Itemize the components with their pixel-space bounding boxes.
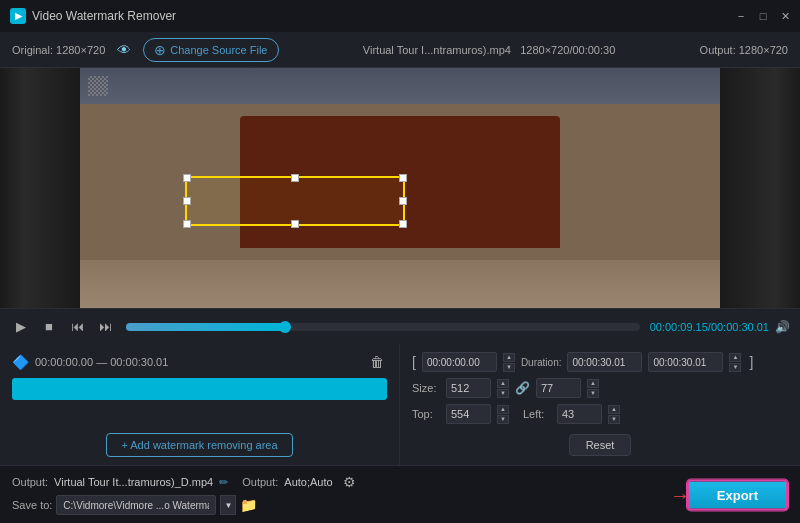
width-input[interactable] <box>446 378 491 398</box>
link-icon[interactable]: 🔗 <box>515 381 530 395</box>
left-up[interactable]: ▲ <box>608 405 620 414</box>
end-time-spinners: ▲ ▼ <box>729 353 741 372</box>
top-down[interactable]: ▼ <box>497 415 509 424</box>
width-down[interactable]: ▼ <box>497 389 509 398</box>
save-to-label: Save to: <box>12 499 52 511</box>
width-spinners: ▲ ▼ <box>497 379 509 398</box>
output-filename: Virtual Tour It...tramuros)_D.mp4 <box>54 476 213 488</box>
stop-button[interactable]: ■ <box>38 316 60 338</box>
bracket-open: [ <box>412 354 416 370</box>
top-bar: Original: 1280×720 👁 ⊕ Change Source Fil… <box>0 32 800 68</box>
left-down[interactable]: ▼ <box>608 415 620 424</box>
footer-save-row: Save to: ▼ 📁 <box>12 495 257 515</box>
segment-bar <box>12 378 387 400</box>
start-time-down[interactable]: ▼ <box>503 363 515 372</box>
start-time-input[interactable] <box>422 352 497 372</box>
timeline-bar[interactable] <box>126 323 640 331</box>
start-time-spinners: ▲ ▼ <box>503 353 515 372</box>
close-button[interactable]: ✕ <box>778 9 792 23</box>
size-label: Size: <box>412 382 440 394</box>
output-resolution-label: Output: 1280×720 <box>700 44 788 56</box>
left-label: Left: <box>523 408 551 420</box>
format-label: Output: <box>242 476 278 488</box>
change-source-button[interactable]: ⊕ Change Source File <box>143 38 278 62</box>
pillar-left <box>0 68 80 308</box>
time-row: [ ▲ ▼ Duration: ▲ ▼ ] <box>412 352 788 372</box>
next-frame-button[interactable]: ⏭ <box>94 316 116 338</box>
edit-icon[interactable]: ✏ <box>219 476 228 489</box>
left-input[interactable] <box>557 404 602 424</box>
volume-icon[interactable]: 🔊 <box>775 320 790 334</box>
timeline-progress <box>126 323 285 331</box>
left-panel: 🔷 00:00:00.00 — 00:00:30.01 🗑 + Add wate… <box>0 344 400 465</box>
ground <box>80 260 720 308</box>
segment-icon: 🔷 <box>12 354 29 370</box>
width-up[interactable]: ▲ <box>497 379 509 388</box>
eye-icon[interactable]: 👁 <box>117 42 131 58</box>
output-label: Output: <box>12 476 48 488</box>
top-input[interactable] <box>446 404 491 424</box>
save-dropdown-button[interactable]: ▼ <box>220 495 236 515</box>
left-spinners: ▲ ▼ <box>608 405 620 424</box>
handle-middle-left[interactable] <box>183 197 191 205</box>
export-button[interactable]: Export <box>687 479 788 510</box>
qr-marker <box>88 76 108 96</box>
top-spinners: ▲ ▼ <box>497 405 509 424</box>
file-info: Virtual Tour I...ntramuros).mp4 1280×720… <box>291 44 688 56</box>
delete-segment-button[interactable]: 🗑 <box>367 352 387 372</box>
settings-icon[interactable]: ⚙ <box>343 474 356 490</box>
folder-icon[interactable]: 📁 <box>240 497 257 513</box>
timeline-thumb[interactable] <box>279 321 291 333</box>
duration-input[interactable] <box>567 352 642 372</box>
height-down[interactable]: ▼ <box>587 389 599 398</box>
original-resolution-label: Original: 1280×720 <box>12 44 105 56</box>
position-row: Top: ▲ ▼ Left: ▲ ▼ <box>412 404 788 424</box>
footer-output-row: Output: Virtual Tour It...tramuros)_D.mp… <box>12 474 356 490</box>
segment-time: 00:00:00.00 — 00:00:30.01 <box>35 356 168 368</box>
bracket-close: ] <box>747 354 755 370</box>
arch-right <box>416 116 560 248</box>
video-area[interactable] <box>0 68 800 308</box>
time-display: 00:00:09.15/00:00:30.01 <box>650 321 769 333</box>
handle-top-left[interactable] <box>183 174 191 182</box>
handle-top-right[interactable] <box>399 174 407 182</box>
top-label: Top: <box>412 408 440 420</box>
pillar-right <box>720 68 800 308</box>
handle-bottom-middle[interactable] <box>291 220 299 228</box>
minimize-button[interactable]: − <box>734 9 748 23</box>
watermark-selection-box[interactable] <box>185 176 405 226</box>
handle-bottom-right[interactable] <box>399 220 407 228</box>
bottom-panel: 🔷 00:00:00.00 — 00:00:30.01 🗑 + Add wate… <box>0 344 800 465</box>
end-time-down[interactable]: ▼ <box>729 363 741 372</box>
prev-frame-button[interactable]: ⏮ <box>66 316 88 338</box>
reset-button[interactable]: Reset <box>569 434 632 456</box>
right-panel: [ ▲ ▼ Duration: ▲ ▼ ] Size: <box>400 344 800 465</box>
controls-bar: ▶ ■ ⏮ ⏭ 00:00:09.15/00:00:30.01 🔊 <box>0 308 800 344</box>
top-up[interactable]: ▲ <box>497 405 509 414</box>
add-watermark-area-button[interactable]: + Add watermark removing area <box>106 433 292 457</box>
play-button[interactable]: ▶ <box>10 316 32 338</box>
end-time-input[interactable] <box>648 352 723 372</box>
segment-row: 🔷 00:00:00.00 — 00:00:30.01 🗑 <box>12 352 387 372</box>
start-time-up[interactable]: ▲ <box>503 353 515 362</box>
size-row: Size: ▲ ▼ 🔗 ▲ ▼ <box>412 378 788 398</box>
height-spinners: ▲ ▼ <box>587 379 599 398</box>
duration-label: Duration: <box>521 357 562 368</box>
handle-top-middle[interactable] <box>291 174 299 182</box>
handle-middle-right[interactable] <box>399 197 407 205</box>
window-controls: − □ ✕ <box>734 9 792 23</box>
app-title: Video Watermark Remover <box>32 9 176 23</box>
maximize-button[interactable]: □ <box>756 9 770 23</box>
format-value: Auto;Auto <box>284 476 332 488</box>
title-bar: ▶ Video Watermark Remover − □ ✕ <box>0 0 800 32</box>
height-up[interactable]: ▲ <box>587 379 599 388</box>
height-input[interactable] <box>536 378 581 398</box>
plus-icon: ⊕ <box>154 42 166 58</box>
app-icon: ▶ <box>10 8 26 24</box>
end-time-up[interactable]: ▲ <box>729 353 741 362</box>
save-path-input[interactable] <box>56 495 216 515</box>
handle-bottom-left[interactable] <box>183 220 191 228</box>
footer: Output: Virtual Tour It...tramuros)_D.mp… <box>0 465 800 523</box>
main-content: ▶ ■ ⏮ ⏭ 00:00:09.15/00:00:30.01 🔊 🔷 00:0… <box>0 68 800 523</box>
